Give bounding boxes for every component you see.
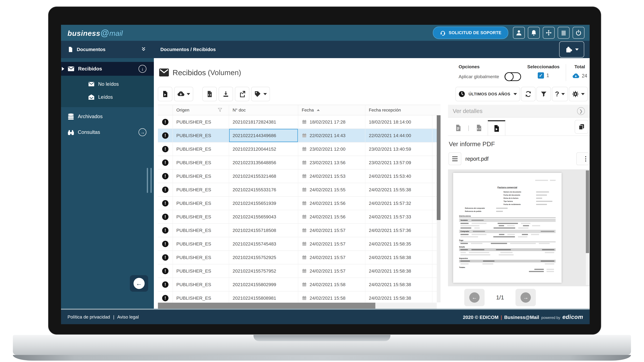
user-button[interactable] (513, 27, 525, 39)
refresh-button[interactable] (521, 87, 536, 101)
table-row[interactable]: ! PUBLISHER_ES 20210224155718508 24/02/2… (158, 224, 437, 237)
filter-button[interactable] (536, 87, 551, 101)
download-circle-icon[interactable]: ↓ (138, 65, 146, 73)
invoice-title: Factura comercial (459, 186, 556, 189)
table-row[interactable]: ! PUBLISHER_ES 20210223120044152 23/02/2… (158, 142, 437, 156)
table-row[interactable]: ! PUBLISHER_ES 20210224155752925 24/02/2… (158, 251, 437, 264)
table-row[interactable]: ! PUBLISHER_ES 20210224155651939 24/02/2… (158, 197, 437, 210)
privacy-policy-link[interactable]: Política de privacidad (68, 315, 110, 320)
cell-fecha-text: 23/02/2021 12:00 (310, 146, 346, 152)
sidebar-item-label: No leídos (98, 81, 119, 87)
export-pdf-button[interactable] (158, 87, 172, 101)
table-horizontal-scrollbar[interactable] (158, 303, 437, 309)
tab-file-edi[interactable] (449, 120, 467, 135)
exclamation-circle-icon: ! (162, 132, 168, 139)
download-cloud-button[interactable] (174, 87, 193, 101)
cell-origen: PUBLISHER_ES (173, 251, 229, 264)
cell-doc: 20210224155752925 (229, 251, 298, 264)
pdf-viewport: Factura comercial Número de documento Fe… (448, 169, 590, 286)
cell-fecha: 18/02/2021 17:28 (298, 115, 365, 129)
table-row[interactable]: ! PUBLISHER_ES 20210224155757952 24/02/2… (158, 264, 437, 278)
table-row[interactable]: ! PUBLISHER_ES 20210224155745483 24/02/2… (158, 237, 437, 251)
laptop-mockup: business @ mail SOLICITUD DE SOPORTE (0, 0, 644, 362)
apply-globally-toggle[interactable] (504, 72, 521, 81)
pdf-scroll-thumb[interactable] (586, 170, 589, 253)
next-page-button[interactable]: → (516, 289, 536, 306)
pdf-scrollbar[interactable] (586, 170, 589, 285)
selected-checkbox-icon[interactable]: ✓ (538, 72, 544, 79)
logout-button[interactable] (572, 27, 584, 39)
horizontal-scroll-thumb[interactable] (158, 303, 375, 309)
kebab-icon: ⋮ (582, 157, 589, 161)
vertical-scroll-thumb[interactable] (437, 115, 440, 220)
sidebar-item-consultas[interactable]: Consultas → (61, 125, 154, 139)
cell-doc: 20210224155718508 (229, 224, 298, 237)
date-range-button[interactable]: ÚLTIMOS DOS AÑOS (456, 87, 520, 101)
calendar-icon (302, 187, 307, 192)
column-recepcion[interactable]: Fecha recepción (365, 105, 432, 115)
cell-recepcion: 24/02/2021 15:58:35 (365, 237, 432, 251)
column-doc[interactable]: N° doc (229, 105, 298, 115)
file-alt-icon (454, 124, 462, 132)
tab-file-pdf[interactable] (488, 120, 505, 135)
notifications-button[interactable] (528, 27, 540, 39)
table-row[interactable]: ! PUBLISHER_ES 20210222144349686 22/02/2… (158, 129, 437, 142)
sidebar-resize-handle[interactable] (147, 168, 152, 193)
exclamation-circle-icon: ! (162, 146, 168, 152)
cell-recepcion: 18/02/2021 18:14:00 (365, 115, 432, 129)
table-row[interactable]: ! PUBLISHER_ES 20210224155533176 24/02/2… (158, 183, 437, 197)
tab-file-xml[interactable] (470, 120, 488, 135)
column-filter-icon[interactable] (218, 107, 222, 113)
sidebar-section-header[interactable]: Documentos (61, 46, 154, 52)
arrow-right-circle-icon[interactable]: → (138, 128, 146, 136)
table-vertical-scrollbar[interactable] (437, 115, 440, 302)
table-row[interactable]: ! PUBLISHER_ES 20210224155659043 24/02/2… (158, 210, 437, 224)
sidebar-collapse-button[interactable]: ← (130, 275, 148, 292)
settings-button[interactable] (569, 87, 588, 101)
sidebar-item-recibidos[interactable]: Recibidos ↓ (61, 62, 154, 76)
row-status-cell: ! (158, 210, 173, 223)
chevron-right-circle-icon[interactable]: ❯ (577, 107, 585, 115)
pdf-options-button[interactable]: ⋮ (576, 152, 589, 165)
column-status (158, 105, 173, 115)
column-fecha[interactable]: Fecha (298, 105, 365, 115)
table-row[interactable]: ! PUBLISHER_ES 20210223135648856 23/02/2… (158, 156, 437, 169)
table-row[interactable]: ! PUBLISHER_ES 20210218172824381 18/02/2… (158, 115, 437, 129)
sidebar-item-archivados[interactable]: Archivados (61, 110, 154, 123)
column-origen[interactable]: Origen (173, 105, 229, 115)
invoice-meta (459, 177, 556, 183)
table-row[interactable]: ! PUBLISHER_ES 20210224155321468 24/02/2… (158, 169, 437, 183)
legal-notice-link[interactable]: Aviso legal (117, 315, 139, 320)
pdf-menu-button[interactable] (448, 152, 461, 165)
download-button[interactable] (219, 87, 233, 101)
tag-button[interactable] (251, 87, 270, 101)
sidebar-item-leidos[interactable]: Leídos (61, 91, 154, 104)
documents-table: Origen N° doc Fecha (158, 105, 440, 309)
arrow-left-circle-icon: ← (469, 292, 480, 303)
cell-origen: PUBLISHER_ES (173, 264, 229, 278)
footer: Política de privacidad | Aviso legal 202… (61, 309, 590, 324)
export-xml-button[interactable] (202, 87, 217, 101)
help-button[interactable]: ? (552, 87, 568, 101)
table-row[interactable]: ! PUBLISHER_ES 20210224155802999 24/02/2… (158, 278, 437, 291)
calendar-icon (302, 255, 307, 260)
collapse-all-icon[interactable] (141, 47, 146, 52)
page-indicator: 1/1 (496, 294, 504, 301)
copy-button[interactable] (575, 120, 588, 134)
support-request-button[interactable]: SOLICITUD DE SOPORTE (433, 26, 508, 39)
sidebar-item-no-leidos[interactable]: No leídos (61, 78, 154, 91)
cell-fecha-text: 24/02/2021 15:53 (310, 174, 346, 179)
laptop-bezel: business @ mail SOLICITUD DE SOPORTE (48, 6, 601, 335)
chevron-down-icon (581, 93, 585, 95)
row-status-cell: ! (158, 197, 173, 210)
menu-button[interactable] (558, 27, 570, 39)
previous-page-button[interactable]: ← (464, 289, 484, 306)
share-button[interactable] (235, 87, 249, 101)
apply-globally-label: Aplicar globalmente (458, 74, 499, 79)
move-button[interactable] (543, 27, 555, 39)
modules-button[interactable] (559, 41, 584, 57)
file-code-icon (206, 90, 213, 97)
cell-recepcion: 24/02/2021 15:58:38 (365, 251, 432, 264)
file-tabs: | (448, 118, 590, 136)
chevron-down-icon (187, 93, 190, 95)
